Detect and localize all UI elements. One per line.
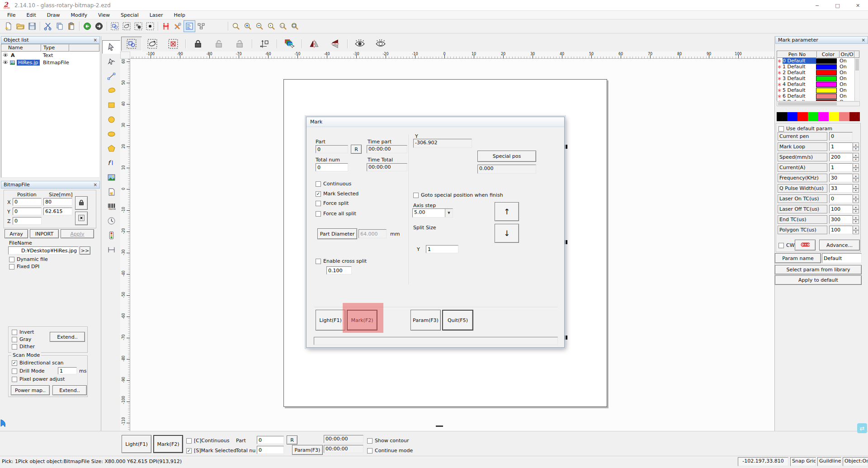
mark-parameter-header[interactable]: Mark parameter × <box>775 36 868 44</box>
part-diameter-field[interactable] <box>359 229 387 238</box>
visibility-eye-icon[interactable] <box>1 52 9 58</box>
coil-button[interactable] <box>795 240 816 251</box>
tool-io-signal-icon[interactable] <box>102 228 120 242</box>
bottom-part-field[interactable] <box>257 436 284 444</box>
language-switch-icon[interactable]: ⇄ <box>857 423 867 433</box>
visibility-eye-icon[interactable] <box>1 60 9 65</box>
bottom-reset-button[interactable]: R <box>287 435 297 444</box>
select-rotate-icon[interactable] <box>142 37 163 51</box>
spinner-down-icon[interactable]: ▾ <box>853 178 859 183</box>
menu-item-modify[interactable]: Modify <box>65 11 92 19</box>
param-value-field[interactable] <box>829 132 853 141</box>
spinner-control[interactable]: ▴▾ <box>853 174 859 182</box>
mirror-vertical-icon[interactable] <box>325 37 345 51</box>
pen-row[interactable]: 0 DefaultOn <box>777 58 859 64</box>
color-swatch[interactable] <box>808 112 818 121</box>
advance-button[interactable]: Advance... <box>819 240 860 251</box>
bottom-light-button[interactable]: Light(F1) <box>122 435 151 453</box>
pen-row[interactable]: 3 DefaultOn <box>777 76 859 81</box>
cross-split-field[interactable] <box>326 266 352 274</box>
object-list-header[interactable]: Object list × <box>1 36 100 44</box>
tool-circle-icon[interactable] <box>102 113 120 126</box>
pen-color-swatch[interactable] <box>816 76 837 81</box>
use-default-param-checkbox[interactable]: Use default param <box>778 126 832 132</box>
close-icon[interactable]: × <box>862 38 865 43</box>
zoom-1to1-icon[interactable]: 1:1 <box>277 20 289 32</box>
color-header[interactable]: Color <box>817 51 840 58</box>
tool-node-edit-icon[interactable] <box>102 55 120 68</box>
spinner-up-icon[interactable]: ▴ <box>853 205 859 209</box>
corner-app-icon[interactable] <box>0 419 8 433</box>
bottom-continuous-checkbox[interactable]: [C]Continuous <box>186 438 229 444</box>
light-button[interactable]: Light(F1) <box>316 310 345 331</box>
status-snap-grid[interactable]: Snap Grid: <box>790 457 816 466</box>
column-header-type[interactable]: Type <box>41 44 69 52</box>
pick-rotate-icon[interactable] <box>121 20 132 32</box>
part-diameter-button[interactable]: Part Diameter <box>317 228 357 239</box>
tool-rectangle-icon[interactable] <box>102 98 120 112</box>
y-size-field[interactable] <box>43 208 72 215</box>
menu-item-special[interactable]: Special <box>115 11 144 19</box>
extend2-button[interactable]: Extend.. <box>52 385 87 395</box>
pixel-power-checkbox[interactable]: Pixel power adjust <box>12 376 65 382</box>
browse-button[interactable]: >> <box>80 246 90 255</box>
tool-delay-icon[interactable] <box>102 214 120 227</box>
tool-bitmap-icon[interactable] <box>102 170 120 184</box>
gray-checkbox[interactable]: Gray <box>12 336 31 342</box>
spinner-up-icon[interactable]: ▴ <box>853 163 859 168</box>
open-file-icon[interactable] <box>14 20 26 32</box>
pick-object-icon[interactable] <box>109 20 121 32</box>
x-position-field[interactable] <box>13 198 42 206</box>
select-pen-icon[interactable] <box>163 37 184 51</box>
zoom-out-icon[interactable] <box>254 20 265 32</box>
x-size-field[interactable] <box>43 198 72 206</box>
bottom-mark-selected-checkbox[interactable]: ✓ [S]Mark Selected <box>186 448 236 454</box>
spinner-down-icon[interactable]: ▾ <box>853 147 859 151</box>
total-num-field[interactable] <box>316 163 348 171</box>
object-list-row[interactable]: HiRes.jpBitmapFile <box>1 59 99 66</box>
array-button[interactable]: Array <box>5 229 28 238</box>
pick-fill-icon[interactable] <box>132 20 144 32</box>
cw-checkbox[interactable]: CW <box>778 242 795 248</box>
tool-vector-file-icon[interactable] <box>102 185 120 199</box>
bottom-total-field[interactable] <box>257 446 284 454</box>
part-field[interactable] <box>316 145 348 153</box>
color-swatch[interactable] <box>829 112 839 121</box>
chevron-down-icon[interactable]: ▼ <box>445 209 453 217</box>
selection-handle[interactable] <box>436 425 443 427</box>
tool-text-icon[interactable]: fI <box>102 156 120 170</box>
param-name-button[interactable]: Param name <box>775 253 821 263</box>
spinner-down-icon[interactable]: ▾ <box>853 230 859 235</box>
close-icon[interactable]: × <box>94 182 97 187</box>
color-swatch[interactable] <box>787 112 797 121</box>
unlock-x-icon[interactable] <box>208 37 229 51</box>
minimize-button[interactable]: ─ <box>807 0 827 11</box>
options-icon[interactable] <box>172 20 184 32</box>
mirror-horizontal-icon[interactable] <box>304 37 325 51</box>
spinner-down-icon[interactable]: ▾ <box>853 168 859 172</box>
spinner-control[interactable]: ▴▾ <box>853 153 859 161</box>
hatch-icon[interactable] <box>160 20 172 32</box>
pen-row[interactable]: 5 DefaultOn <box>777 87 859 93</box>
redo-icon[interactable] <box>93 20 105 32</box>
power-map-button[interactable]: Power map.. <box>11 385 50 395</box>
cut-icon[interactable] <box>42 20 54 32</box>
spinner-up-icon[interactable]: ▴ <box>853 194 859 199</box>
spinner-control[interactable]: ▴▾ <box>853 226 859 234</box>
z-position-field[interactable] <box>13 217 42 225</box>
pen-row[interactable]: 6 DefaultOn <box>777 93 859 99</box>
preview-contour-icon[interactable] <box>349 37 370 51</box>
spinner-control[interactable]: ▴▾ <box>853 205 859 213</box>
spinner-control[interactable]: ▴▾ <box>853 184 859 193</box>
lock-icon[interactable] <box>188 37 208 51</box>
maximize-button[interactable]: □ <box>827 0 848 11</box>
param-value-field[interactable] <box>829 205 853 213</box>
tool-barcode-icon[interactable]: 01234 <box>102 199 120 213</box>
force-all-split-checkbox[interactable]: Force all split <box>316 211 356 217</box>
drill-mode-checkbox[interactable]: Drill Mode <box>12 368 45 374</box>
spinner-up-icon[interactable]: ▴ <box>853 174 859 178</box>
mark-param-list-icon[interactable] <box>184 20 195 32</box>
spinner-up-icon[interactable]: ▴ <box>853 153 859 157</box>
zoom-in-icon[interactable] <box>242 20 254 32</box>
show-contour-checkbox[interactable]: Show contour <box>367 438 409 444</box>
